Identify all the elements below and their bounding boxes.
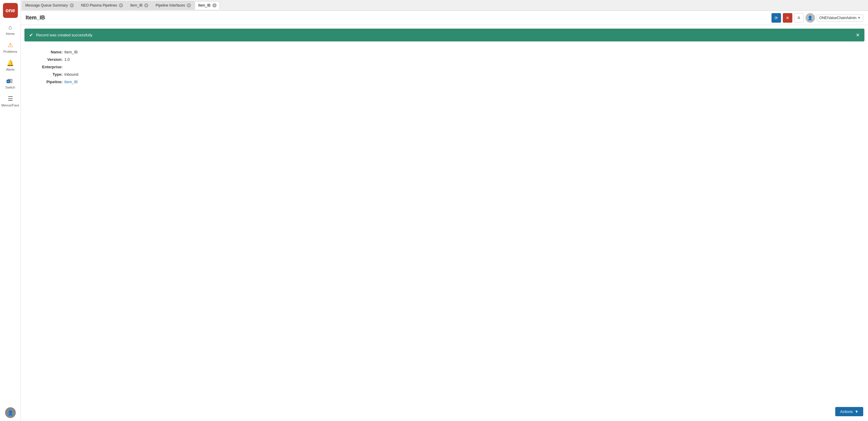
actions-arrow-icon: ▼	[855, 410, 859, 414]
chevron-down-icon: ▼	[858, 16, 861, 19]
success-banner: ✔ Record was created successfully ✕	[24, 29, 864, 41]
field-enterprise: Enterprise:	[27, 65, 862, 69]
page-title: Item_IB	[26, 15, 772, 21]
field-name: Name: Item_IB	[27, 50, 862, 54]
actions-button[interactable]: Actions ▼	[835, 407, 863, 416]
user-avatar-header: 👤	[805, 13, 815, 23]
type-value: Inbound	[64, 72, 78, 77]
type-label: Type:	[27, 72, 63, 77]
pipeline-label: Pipeline:	[27, 80, 63, 84]
close-button[interactable]: ✕	[783, 13, 792, 23]
sidebar-item-label: Alerts	[6, 68, 14, 71]
tab-message-queue-summary[interactable]: Message Queue Summary ✕	[22, 1, 77, 9]
avatar-icon: 👤	[7, 410, 13, 416]
sidebar-item-home[interactable]: ⌂ Home	[0, 21, 21, 38]
tab-close-pi[interactable]: ✕	[187, 3, 191, 7]
menu-button[interactable]: ≡	[794, 13, 804, 23]
tab-label: Item_IB	[198, 3, 210, 7]
tab-pipeline-interfaces[interactable]: Pipeline Interfaces ✕	[152, 1, 194, 9]
tab-label: Pipeline Interfaces	[155, 3, 185, 7]
pipeline-link[interactable]: Item_IB	[64, 80, 78, 84]
field-type: Type: Inbound	[27, 72, 862, 77]
tab-label: Item_IB	[130, 3, 143, 7]
hamburger-icon: ≡	[797, 15, 800, 21]
form-section: Name: Item_IB Version: 1.0 Enterprise: T…	[21, 45, 868, 92]
sidebar-item-label: Home	[6, 32, 14, 35]
user-avatar[interactable]: 👤	[5, 407, 16, 418]
username-label: ONEIValueChainAdmin	[819, 16, 857, 20]
warning-icon: ⚠	[8, 41, 13, 49]
sidebar-item-label: Menus/Favs	[1, 104, 19, 107]
tab-item-ib-first[interactable]: Item_IB ✕	[127, 1, 152, 9]
menu-icon: ☰	[8, 95, 13, 102]
tab-item-ib-active[interactable]: Item_IB ✕	[195, 1, 220, 9]
header-actions: ⟳ ✕ ≡ 👤 ONEIValueChainAdmin ▼	[772, 13, 863, 23]
header-bar: Item_IB ⟳ ✕ ≡ 👤 ONEIValueChainAdmin ▼	[21, 11, 868, 25]
close-icon: ✕	[786, 16, 789, 20]
actions-bar: Actions ▼	[835, 407, 863, 416]
sidebar-bottom: 👤	[5, 407, 16, 421]
logo-text: one	[5, 7, 15, 14]
user-dropdown[interactable]: ONEIValueChainAdmin ▼	[817, 14, 863, 22]
field-pipeline: Pipeline: Item_IB	[27, 80, 862, 84]
field-version: Version: 1.0	[27, 57, 862, 62]
sidebar: one ⌂ Home ⚠ Problems 🔔 Alerts ⊞ ≡ Switc…	[0, 0, 21, 421]
tab-neo-plasma[interactable]: NEO Plasma Pipelines ✕	[78, 1, 126, 9]
sidebar-item-problems[interactable]: ⚠ Problems	[0, 38, 21, 56]
success-close-button[interactable]: ✕	[856, 33, 860, 37]
main-area: Message Queue Summary ✕ NEO Plasma Pipel…	[21, 0, 868, 421]
actions-label: Actions	[840, 410, 853, 414]
success-message: Record was created successfully	[36, 33, 853, 37]
avatar-icon: 👤	[808, 16, 813, 20]
home-icon: ⌂	[8, 24, 12, 31]
name-value: Item_IB	[64, 50, 78, 54]
version-label: Version:	[27, 57, 63, 62]
sidebar-item-label: Problems	[3, 50, 17, 53]
sidebar-item-label: Switch	[5, 86, 15, 89]
enterprise-label: Enterprise:	[27, 65, 63, 69]
pipeline-value: Item_IB	[64, 80, 78, 84]
tab-label: NEO Plasma Pipelines	[81, 3, 117, 7]
app-logo[interactable]: one	[3, 3, 18, 18]
tab-close-neo[interactable]: ✕	[119, 3, 123, 7]
sidebar-item-menus[interactable]: ☰ Menus/Favs	[0, 92, 21, 110]
tab-bar: Message Queue Summary ✕ NEO Plasma Pipel…	[21, 0, 868, 11]
tab-label: Message Queue Summary	[25, 3, 68, 7]
tab-close-item-ib-2[interactable]: ✕	[212, 3, 217, 7]
switch-badge: ≡	[6, 80, 10, 83]
sidebar-item-alerts[interactable]: 🔔 Alerts	[0, 56, 21, 74]
sidebar-item-switch[interactable]: ⊞ ≡ Switch	[0, 74, 21, 92]
refresh-button[interactable]: ⟳	[772, 13, 781, 23]
refresh-icon: ⟳	[774, 16, 778, 20]
version-value: 1.0	[64, 57, 70, 62]
tab-close-item-ib-1[interactable]: ✕	[144, 3, 148, 7]
check-circle-icon: ✔	[29, 32, 33, 38]
name-label: Name:	[27, 50, 63, 54]
bell-icon: 🔔	[6, 59, 14, 66]
tab-close-mqs[interactable]: ✕	[70, 3, 74, 7]
content-area: ✔ Record was created successfully ✕ Name…	[21, 25, 868, 421]
